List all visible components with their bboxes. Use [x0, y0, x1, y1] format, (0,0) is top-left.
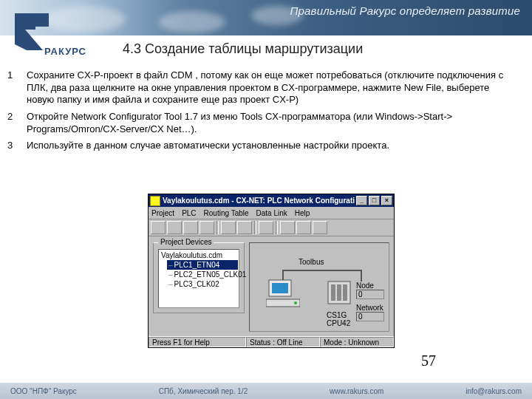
- project-devices-label: Project Devices: [158, 238, 214, 246]
- menu-routing-table[interactable]: Routing Table: [204, 209, 249, 217]
- status-mode: Mode : Unknown: [320, 337, 394, 347]
- svg-rect-3: [272, 283, 288, 293]
- menu-help[interactable]: Help: [295, 209, 310, 217]
- tree-item-plc3[interactable]: –PLC3_CLK02: [167, 279, 238, 289]
- list-item: 2Откройте Network Configurator Tool 1.7 …: [7, 111, 516, 135]
- bus-line: [282, 270, 362, 271]
- company-logo: РАКУРС: [10, 4, 106, 58]
- tree-item-plc2[interactable]: –PLC2_ETN05_CLK01: [167, 270, 238, 279]
- window-title: Vaylakoulutus.cdm - CX-NET: PLC Network …: [163, 197, 355, 205]
- computer-icon: [266, 277, 300, 311]
- instruction-list: 1Сохраните CX-P-проект в файл CDM , пото…: [7, 69, 516, 157]
- network-field[interactable]: [356, 312, 384, 321]
- page-number: 57: [421, 352, 436, 369]
- embedded-screenshot: Vaylakoulutus.cdm - CX-NET: PLC Network …: [148, 194, 395, 348]
- svg-rect-7: [331, 284, 335, 301]
- devices-tree[interactable]: Vaylakoulutus.cdm –PLC1_ETN04 –PLC2_ETN0…: [158, 249, 239, 308]
- page-footer: ООО "НПФ" Ракурс СПб, Химический пер. 1/…: [0, 383, 532, 399]
- toolbar-button[interactable]: [280, 221, 295, 234]
- toolbar-button[interactable]: [296, 221, 311, 234]
- status-help: Press F1 for Help: [149, 337, 246, 347]
- svg-rect-8: [337, 284, 341, 301]
- menu-bar: Project PLC Routing Table Data Link Help: [149, 207, 394, 219]
- tree-root[interactable]: Vaylakoulutus.cdm: [160, 250, 238, 260]
- diagram-canvas: Toolbus CS1G CPU42: [249, 242, 389, 332]
- window-title-bar: Vaylakoulutus.cdm - CX-NET: PLC Network …: [149, 194, 394, 207]
- toolbar-button[interactable]: [183, 221, 198, 234]
- toolbar-button[interactable]: [151, 221, 166, 234]
- toolbar: [149, 219, 394, 236]
- toolbar-button[interactable]: [221, 221, 236, 234]
- close-button[interactable]: ×: [381, 196, 392, 205]
- page-title: 4.3 Создание таблицы маршрутизации: [123, 41, 363, 57]
- footer-company: ООО "НПФ" Ракурс: [10, 387, 77, 395]
- toolbar-button[interactable]: [237, 221, 252, 234]
- slogan-text: Правильный Ракурс определяет развитие: [290, 4, 520, 17]
- project-devices-group: Project Devices Vaylakoulutus.cdm –PLC1_…: [153, 242, 245, 313]
- logo-label: РАКУРС: [44, 46, 86, 57]
- network-label: Network: [356, 304, 384, 312]
- app-icon: [150, 196, 160, 206]
- svg-rect-9: [343, 284, 347, 301]
- tree-item-plc1[interactable]: –PLC1_ETN04: [167, 260, 238, 270]
- node-label: Node: [356, 282, 384, 290]
- footer-email: info@rakurs.com: [466, 387, 522, 395]
- footer-site: www.rakurs.com: [330, 387, 383, 395]
- toolbar-button[interactable]: [200, 221, 214, 234]
- svg-point-5: [294, 301, 297, 304]
- plc-icon: [327, 280, 352, 310]
- toolbar-button[interactable]: [167, 221, 182, 234]
- list-item: 3Используйте в данном случае автоматичес…: [7, 140, 516, 152]
- toolbar-button[interactable]: [259, 221, 273, 234]
- footer-address: СПб, Химический пер. 1/2: [159, 387, 248, 395]
- status-bar: Press F1 for Help Status : Off Line Mode…: [149, 336, 394, 347]
- menu-plc[interactable]: PLC: [182, 209, 196, 217]
- plc-label: CS1G CPU42: [327, 311, 350, 327]
- toolbus-label: Toolbus: [299, 258, 324, 266]
- node-field[interactable]: [356, 290, 384, 299]
- maximize-button[interactable]: □: [369, 196, 380, 205]
- minimize-button[interactable]: _: [356, 196, 367, 205]
- list-item: 1Сохраните CX-P-проект в файл CDM , пото…: [7, 69, 516, 106]
- status-status: Status : Off Line: [246, 337, 320, 347]
- toolbar-button[interactable]: [313, 221, 327, 234]
- menu-data-link[interactable]: Data Link: [256, 209, 287, 217]
- menu-project[interactable]: Project: [151, 209, 174, 217]
- svg-marker-1: [35, 13, 49, 27]
